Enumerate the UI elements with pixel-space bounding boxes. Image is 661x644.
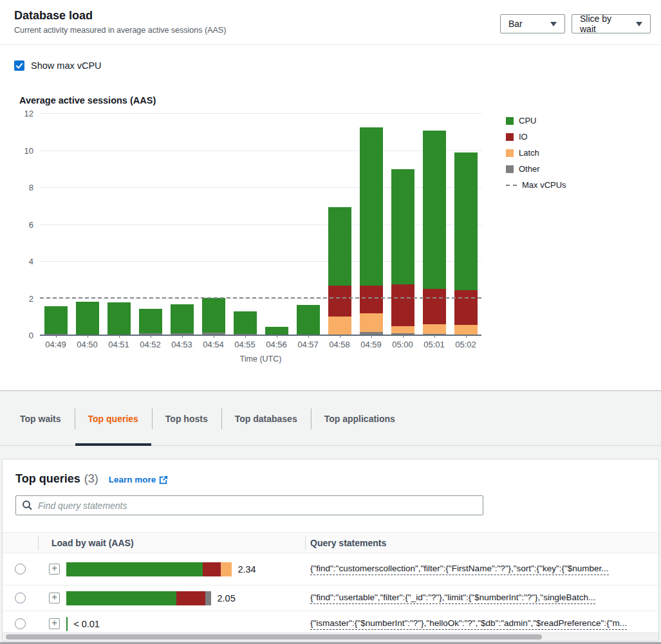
plot-area <box>40 113 481 335</box>
bar-segment-latch[interactable] <box>423 324 446 334</box>
stacked-bar[interactable] <box>171 304 194 335</box>
expand-row-button[interactable]: + <box>49 618 60 629</box>
bar-segment-io[interactable] <box>454 290 478 325</box>
scrollbar-thumb[interactable] <box>6 634 542 639</box>
tab-top-applications[interactable]: Top applications <box>311 392 409 445</box>
legend-item-io: IO <box>506 132 566 142</box>
search-input[interactable] <box>15 495 483 515</box>
x-tick-label: 04:54 <box>203 340 224 349</box>
tab-top-queries[interactable]: Top queries <box>75 392 152 445</box>
bar-segment-cpu[interactable] <box>76 302 99 335</box>
performance-insights-page: Database load Current activity measured … <box>0 0 661 644</box>
stacked-bar[interactable] <box>76 302 99 335</box>
stacked-bar[interactable] <box>202 298 225 335</box>
panel-header: Top queries (3) Learn more <box>3 459 658 486</box>
query-search <box>15 495 483 515</box>
bar-segment-cpu[interactable] <box>328 207 351 286</box>
stacked-bar[interactable] <box>328 207 351 335</box>
bar-segment-cpu[interactable] <box>202 298 225 333</box>
chart-type-select[interactable]: Bar <box>500 14 565 33</box>
legend-swatch <box>506 165 514 173</box>
x-axis: 04:4904:5004:5104:5204:5304:5404:5504:56… <box>40 335 481 351</box>
header-titles: Database load Current activity measured … <box>14 9 226 35</box>
bar-segment-cpu[interactable] <box>44 306 68 334</box>
load-bar-segment-cpu <box>66 562 203 576</box>
bar-segment-cpu[interactable] <box>265 327 288 335</box>
panel-title: Top queries <box>15 472 80 486</box>
stacked-bar[interactable] <box>423 131 446 335</box>
stacked-bar[interactable] <box>139 309 162 335</box>
load-bar <box>66 562 232 576</box>
query-cell: {"find":"usertable","filter":{"_id":"?"}… <box>305 585 658 611</box>
x-tick-label: 04:57 <box>297 340 319 349</box>
load-bar-segment-other <box>205 591 212 605</box>
bar-segment-cpu[interactable] <box>423 131 446 289</box>
bar-segment-io[interactable] <box>391 284 414 326</box>
expand-row-button[interactable]: + <box>49 593 60 603</box>
bar-segment-cpu[interactable] <box>139 309 162 333</box>
chart-section: Show max vCPU Average active sessions (A… <box>0 45 661 391</box>
load-bar-segment-latch <box>221 562 232 576</box>
stacked-bar[interactable] <box>44 306 68 335</box>
table-body: +2.34{"find":"customerscollection","filt… <box>3 553 658 637</box>
tab-top-databases[interactable]: Top databases <box>221 392 311 445</box>
row-radio-button[interactable] <box>15 564 26 575</box>
bar-segment-cpu[interactable] <box>454 152 478 290</box>
legend-item-other: Other <box>506 164 566 174</box>
gridline <box>40 113 481 114</box>
stacked-bar[interactable] <box>234 311 257 335</box>
max-vcpus-line <box>40 297 481 299</box>
y-tick-label: 2 <box>29 293 33 303</box>
bar-segment-latch[interactable] <box>391 326 414 333</box>
slice-by-select[interactable]: Slice by wait <box>572 14 651 33</box>
search-icon <box>22 500 32 510</box>
stacked-bar[interactable] <box>454 152 478 335</box>
learn-more-link[interactable]: Learn more <box>109 475 169 484</box>
bar-segment-cpu[interactable] <box>171 304 194 333</box>
tab-top-hosts[interactable]: Top hosts <box>152 392 221 445</box>
query-statement-link[interactable]: {"find":"customerscollection","filter":{… <box>310 564 609 575</box>
legend-item-max-vcpus: Max vCPUs <box>506 180 566 190</box>
load-by-wait-cell: +2.34 <box>38 553 305 585</box>
stacked-bar[interactable] <box>391 169 414 335</box>
queries-table: Load by wait (AAS) Query statements +2.3… <box>3 532 658 637</box>
chevron-down-icon <box>636 22 642 26</box>
bar-segment-cpu[interactable] <box>391 169 414 284</box>
bar-segment-io[interactable] <box>328 286 351 317</box>
y-tick-label: 8 <box>29 183 33 192</box>
bar-segment-cpu[interactable] <box>234 311 257 334</box>
load-bar-segment-cpu <box>66 617 68 631</box>
y-tick-label: 10 <box>24 145 33 155</box>
expand-row-button[interactable]: + <box>49 564 60 575</box>
y-tick-label: 12 <box>24 109 33 118</box>
tab-top-waits[interactable]: Top waits <box>6 392 75 445</box>
query-statement-link[interactable]: {"find":"usertable","filter":{"_id":"?"}… <box>310 593 595 604</box>
y-tick-label: 4 <box>29 257 33 266</box>
row-radio-button[interactable] <box>15 593 26 603</box>
legend-swatch <box>506 117 514 125</box>
row-radio-button[interactable] <box>15 618 26 629</box>
aas-chart: 024681012 CPUIOLatchOtherMax vCPUs <box>0 113 661 335</box>
bar-segment-io[interactable] <box>423 289 446 324</box>
bar-segment-latch[interactable] <box>454 325 478 335</box>
y-tick-label: 6 <box>29 219 33 229</box>
query-statement-link[interactable]: {"ismaster":{"$numberInt":"?"},"helloOk"… <box>310 618 627 630</box>
bar-segment-io[interactable] <box>360 286 383 313</box>
stacked-bar[interactable] <box>107 302 131 335</box>
selection-cell <box>3 585 38 611</box>
x-tick-label: 04:58 <box>329 340 350 349</box>
stacked-bar[interactable] <box>360 127 383 335</box>
bar-segment-latch[interactable] <box>328 317 351 335</box>
legend-label: CPU <box>519 116 536 125</box>
chart-controls: Bar Slice by wait <box>500 14 651 33</box>
show-max-vcpu-checkbox[interactable] <box>14 60 24 71</box>
bar-segment-latch[interactable] <box>360 313 383 332</box>
bar-segment-cpu[interactable] <box>360 127 383 286</box>
legend-item-latch: Latch <box>506 148 566 158</box>
gridline <box>40 299 481 299</box>
bar-segment-cpu[interactable] <box>297 305 320 334</box>
legend-label: IO <box>519 132 528 142</box>
stacked-bar[interactable] <box>297 305 320 335</box>
bar-segment-cpu[interactable] <box>107 302 131 335</box>
load-bar-segment-io <box>176 591 205 605</box>
